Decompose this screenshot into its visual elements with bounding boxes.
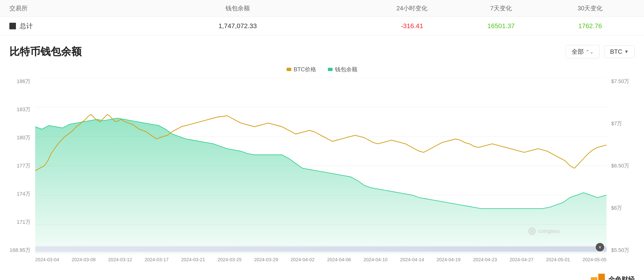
pause-button[interactable]: ⏸	[596, 243, 604, 251]
y-axis-left: 186万 183万 180万 177万 174万 171万 168.95万	[9, 78, 33, 254]
chart-svg-area: coinglass	[35, 78, 606, 254]
scrollbar-thumb[interactable]	[35, 246, 606, 252]
legend-btc-price: BTC价格	[286, 66, 316, 73]
chart-container: 186万 183万 180万 177万 174万 171万 168.95万 $7…	[9, 78, 635, 265]
chevron-up-down-icon: ⌃⌄	[586, 49, 594, 55]
bottom-logos: 全色财经	[0, 270, 644, 280]
jincai-logo: 全色财经	[590, 272, 635, 280]
chart-legend: BTC价格 钱包余额	[9, 66, 635, 73]
pause-icon: ⏸	[598, 245, 602, 249]
chart-svg	[35, 78, 606, 254]
chart-controls: 全部 ⌃⌄ BTC ▼	[566, 45, 635, 58]
legend-wallet-dot	[328, 68, 332, 71]
table-row: 总计 1,747,072.33 -316.41 16501.37 1762.76	[0, 17, 644, 36]
legend-wallet-balance: 钱包余额	[328, 66, 358, 73]
col-24h-header: 24小时变化	[368, 4, 456, 13]
legend-wallet-label: 钱包余额	[335, 66, 358, 73]
filter-button[interactable]: 全部 ⌃⌄	[566, 45, 600, 58]
chart-title: 比特币钱包余额	[9, 45, 82, 59]
col-exchange-header: 交易所	[9, 4, 108, 13]
change7d-cell: 16501.37	[456, 22, 546, 30]
jincai-text: 全色财经	[608, 275, 635, 280]
chevron-down-icon: ▼	[624, 49, 629, 54]
scrollbar-area[interactable]	[35, 245, 606, 252]
y-axis-right: $7.50万 $7万 $6.50万 $6万 $5.50万	[609, 78, 635, 254]
change30d-cell: 1762.76	[546, 22, 635, 30]
currency-button[interactable]: BTC ▼	[604, 46, 635, 58]
col-30d-header: 30天变化	[546, 4, 635, 13]
svg-rect-10	[591, 277, 597, 280]
col-balance-header: 钱包余额	[108, 4, 368, 13]
x-axis: 2024-03-04 2024-03-08 2024-03-12 2024-03…	[35, 254, 606, 265]
change24h-cell: -316.41	[368, 22, 456, 30]
coinglass-icon	[528, 227, 536, 235]
legend-btc-dot	[286, 68, 291, 71]
legend-btc-label: BTC价格	[294, 66, 316, 73]
col-7d-header: 7天变化	[456, 4, 546, 13]
coinglass-watermark: coinglass	[528, 227, 560, 235]
balance-cell: 1,747,072.33	[108, 22, 368, 30]
exchange-icon	[9, 23, 16, 29]
svg-point-9	[531, 230, 533, 232]
watermark-text: coinglass	[538, 228, 560, 234]
chart-section: 比特币钱包余额 全部 ⌃⌄ BTC ▼ BTC价格 钱包余额 186万 183万	[0, 36, 644, 270]
chart-header: 比特币钱包余额 全部 ⌃⌄ BTC ▼	[9, 45, 635, 59]
svg-rect-11	[598, 274, 605, 280]
wallet-balance-area	[35, 118, 606, 254]
table-header: 交易所 钱包余额 24小时变化 7天变化 30天变化	[0, 0, 644, 17]
exchange-cell: 总计	[9, 22, 108, 31]
jincai-icon	[590, 272, 606, 280]
